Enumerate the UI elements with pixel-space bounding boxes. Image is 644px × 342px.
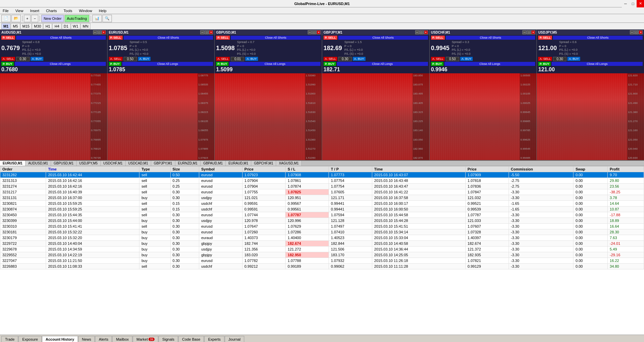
- zoom-out-button[interactable]: −: [31, 15, 38, 22]
- btn-close-longs-usdjpy[interactable]: Close All Longs: [552, 62, 643, 66]
- btn-p-buy-gbpjpy[interactable]: P. BUY: [324, 62, 336, 66]
- open-button[interactable]: 📂: [11, 15, 21, 22]
- terminal-tab-3[interactable]: News: [78, 336, 95, 342]
- table-row[interactable]: 3230179 2015.03.10 15:32:20 buy 0.30 eur…: [0, 235, 644, 241]
- btn-p-sell-eurusd[interactable]: P. SELL: [109, 36, 123, 40]
- btn-p-buy-gbpusd[interactable]: P. BUY: [216, 62, 228, 66]
- btn-close-longs-gbpjpy[interactable]: Close All Longs: [337, 62, 428, 66]
- chart-tab-6[interactable]: GBPJPY,M1: [151, 161, 175, 166]
- btn-p-buy-usdchf[interactable]: P. BUY: [431, 62, 443, 66]
- btn-a-sell-usdjpy[interactable]: A. SELL: [538, 57, 552, 61]
- chart-maximize-gbpjpy[interactable]: □: [420, 30, 424, 34]
- table-row[interactable]: 3227047 2015.03.10 11:21:50 buy 0.30 eur…: [0, 258, 644, 264]
- btn-a-sell-audusd[interactable]: A. SELL: [1, 57, 15, 61]
- lot-input-usdjpy[interactable]: [553, 57, 566, 61]
- terminal-tab-0[interactable]: Trade: [1, 336, 18, 342]
- btn-close-longs-audusd[interactable]: Close All Longs: [15, 62, 106, 66]
- tf-h4[interactable]: H4: [52, 23, 61, 29]
- chart-maximize-eurusd[interactable]: □: [205, 30, 209, 34]
- table-row[interactable]: 3229552 2015.03.10 14:22:19 buy 0.30 gbp…: [0, 252, 644, 258]
- lot-input-gbpusd[interactable]: [231, 57, 244, 61]
- new-file-button[interactable]: 📄: [1, 15, 11, 22]
- terminal-tab-10[interactable]: Journal: [225, 336, 244, 342]
- btn-p-sell-usdchf[interactable]: P. SELL: [431, 36, 445, 40]
- btn-close-longs-usdchf[interactable]: Close All Longs: [444, 62, 535, 66]
- btn-close-shorts-audusd[interactable]: Close All Shorts: [16, 36, 106, 40]
- btn-a-buy-gbpusd[interactable]: A. BUY: [245, 57, 258, 61]
- chart-minimize-usdjpy[interactable]: ─: [630, 30, 634, 34]
- terminal-tab-4[interactable]: Alerts: [95, 336, 112, 342]
- chart-maximize-usdchf[interactable]: □: [527, 30, 531, 34]
- indicator-button[interactable]: 🔍: [102, 15, 112, 22]
- table-row[interactable]: 3231274 2015.03.10 16:42:16 sell 0.25 eu…: [0, 184, 644, 189]
- menu-file[interactable]: File: [1, 9, 10, 13]
- btn-p-sell-audusd[interactable]: P. SELL: [1, 36, 15, 40]
- chart-close-eurusd[interactable]: ✕: [209, 30, 213, 34]
- chart-minimize-usdchf[interactable]: ─: [522, 30, 526, 34]
- btn-a-sell-usdchf[interactable]: A. SELL: [431, 57, 445, 61]
- btn-a-sell-gbpjpy[interactable]: A. SELL: [324, 57, 337, 61]
- chart-tab-2[interactable]: GBPUSD,M1: [51, 161, 77, 166]
- chart-maximize-audusd[interactable]: □: [97, 30, 101, 34]
- col-time[interactable]: Time: [46, 166, 139, 172]
- chart-tab-4[interactable]: USDCHF,M1: [101, 161, 126, 166]
- chart-close-usdjpy[interactable]: ✕: [639, 30, 643, 34]
- tf-m30[interactable]: M30: [32, 23, 43, 29]
- chart-minimize-eurusd[interactable]: ─: [200, 30, 204, 34]
- menu-window[interactable]: Window: [78, 9, 93, 13]
- btn-close-shorts-gbpusd[interactable]: Close All Shorts: [231, 36, 320, 40]
- chart-tab-9[interactable]: EURAUD,M1: [226, 161, 251, 166]
- terminal-tab-9[interactable]: Experts: [204, 336, 224, 342]
- chart-tab-1[interactable]: AUDUSD,M1: [26, 161, 51, 166]
- menu-tools[interactable]: Tools: [62, 9, 74, 13]
- btn-p-buy-eurusd[interactable]: P. BUY: [109, 62, 121, 66]
- chart-close-gbpjpy[interactable]: ✕: [424, 30, 428, 34]
- table-row[interactable]: 3229722 2015.03.10 14:40:04 buy 0.30 gbp…: [0, 241, 644, 246]
- chart-tab-7[interactable]: EURNZD,M1: [175, 161, 201, 166]
- terminal-tab-1[interactable]: Exposure: [18, 336, 41, 342]
- terminal-tab-2[interactable]: Account History: [42, 336, 78, 342]
- menu-view[interactable]: View: [14, 9, 25, 13]
- chart-body-usdjpy[interactable]: 121.820121.710121.600121.490121.380121.2…: [537, 73, 644, 160]
- terminal-tab-5[interactable]: Mailbox: [112, 336, 132, 342]
- table-row[interactable]: 3231313 2015.03.10 16:42:16 sell 0.25 eu…: [0, 178, 644, 184]
- table-row[interactable]: 3230450 2015.03.10 15:44:35 sell 0.30 eu…: [0, 212, 644, 218]
- btn-close-shorts-eurusd[interactable]: Close All Shorts: [124, 36, 213, 40]
- chart-minimize-audusd[interactable]: ─: [93, 30, 97, 34]
- table-row[interactable]: 3226883 2015.03.10 11:08:33 sell 0.30 us…: [0, 264, 644, 269]
- chart-body-eurusd[interactable]: 1.087751.085351.084551.083751.082151.081…: [108, 73, 215, 160]
- table-row[interactable]: 3230310 2015.03.10 15:41:41 sell 0.30 eu…: [0, 224, 644, 229]
- chart-maximize-usdjpy[interactable]: □: [634, 30, 638, 34]
- tf-mn[interactable]: MN: [81, 23, 90, 29]
- chart-tab-10[interactable]: GBPCHF,M1: [251, 161, 276, 166]
- chart-body-gbpjpy[interactable]: 183.850183.675183.495183.405183.315183.2…: [322, 73, 429, 160]
- tf-d1[interactable]: D1: [62, 23, 71, 29]
- btn-close-shorts-usdjpy[interactable]: Close All Shorts: [553, 36, 643, 40]
- chart-tab-3[interactable]: USDJPY,M5: [77, 161, 101, 166]
- lot-input-gbpjpy[interactable]: [338, 57, 352, 61]
- lot-input-eurusd[interactable]: [124, 57, 137, 61]
- new-order-button[interactable]: New Order: [41, 15, 64, 22]
- orders-table-container[interactable]: Order Time Type Size Symbol Price S / L …: [0, 166, 644, 335]
- btn-a-buy-eurusd[interactable]: A. BUY: [138, 57, 151, 61]
- btn-a-sell-eurusd[interactable]: A. SELL: [109, 57, 123, 61]
- chart-body-gbpusd[interactable]: 1.520801.519901.519001.518101.516301.515…: [215, 73, 322, 160]
- btn-a-buy-gbpjpy[interactable]: A. BUY: [353, 57, 366, 61]
- table-row[interactable]: 3230821 2015.03.10 15:59:25 sell 0.15 us…: [0, 201, 644, 206]
- btn-p-sell-gbpjpy[interactable]: P. SELL: [324, 36, 337, 40]
- minimize-button[interactable]: ─: [622, 0, 629, 7]
- menu-charts[interactable]: Charts: [45, 9, 58, 13]
- chart-tab-11[interactable]: XAGUSD,M1: [276, 161, 302, 166]
- terminal-tab-6[interactable]: Market39: [133, 336, 158, 342]
- btn-p-sell-gbpusd[interactable]: P. SELL: [216, 36, 230, 40]
- chart-tab-5[interactable]: USDCAD,M1: [126, 161, 151, 166]
- btn-close-longs-eurusd[interactable]: Close All Longs: [122, 62, 213, 66]
- menu-help[interactable]: Help: [97, 9, 108, 13]
- btn-p-buy-audusd[interactable]: P. BUY: [1, 62, 14, 66]
- tf-m15[interactable]: M15: [20, 23, 32, 29]
- chart-close-gbpusd[interactable]: ✕: [316, 30, 320, 34]
- chart-minimize-gbpusd[interactable]: ─: [308, 30, 312, 34]
- autotrading-button[interactable]: AutoTrading: [65, 15, 89, 22]
- chart-body-audusd[interactable]: 0.775350.774550.773750.772150.771350.770…: [0, 73, 107, 160]
- chart-close-usdchf[interactable]: ✕: [531, 30, 535, 34]
